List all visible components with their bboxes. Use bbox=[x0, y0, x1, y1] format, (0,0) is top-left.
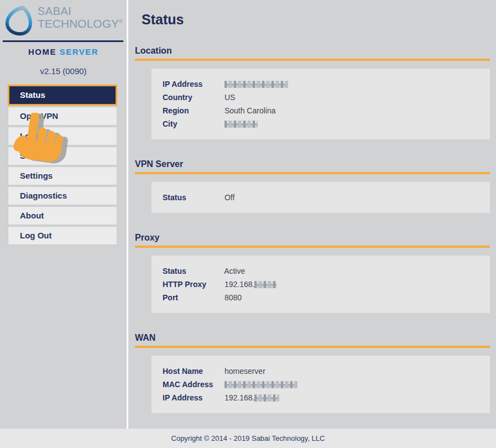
info-row: IP Address bbox=[152, 77, 490, 91]
home-server-app: SABAI TECHNOLOGY® HOME SERVER v2.15 (009… bbox=[0, 0, 496, 448]
menu-item-status[interactable]: Status bbox=[8, 85, 117, 106]
product-word-server: SERVER bbox=[60, 47, 98, 56]
menu-item-settings[interactable]: Settings bbox=[8, 166, 117, 185]
section-underline bbox=[135, 246, 490, 248]
redacted-city-value bbox=[224, 121, 258, 128]
location-heading: Location bbox=[135, 28, 490, 56]
menu-item-logs[interactable]: Logs bbox=[8, 127, 117, 145]
page-title: Status bbox=[142, 12, 496, 28]
info-row: Status Off bbox=[152, 191, 490, 204]
info-row: Region South Carolina bbox=[152, 104, 490, 117]
location-panel: IP Address Country US Region South Carol… bbox=[152, 69, 490, 139]
redacted-proxy-ip-value bbox=[254, 281, 276, 288]
menu-item-services[interactable]: Services bbox=[8, 147, 117, 165]
menu-item-diagnostics[interactable]: Diagnostics bbox=[8, 186, 117, 205]
redacted-ip-value bbox=[224, 81, 288, 88]
menu-item-openvpn[interactable]: OpenVPN bbox=[8, 107, 117, 126]
info-row: HTTP Proxy 192.168. bbox=[152, 278, 490, 291]
registered-mark: ® bbox=[119, 19, 123, 24]
info-row: City bbox=[152, 117, 490, 131]
info-row: Country US bbox=[152, 91, 490, 104]
proxy-section: Proxy Status Active HTTP Proxy 192.168. … bbox=[135, 213, 490, 313]
sidebar-menu: Status OpenVPN Logs Services Settings Di… bbox=[8, 85, 117, 245]
sidebar: SABAI TECHNOLOGY® HOME SERVER v2.15 (009… bbox=[0, 0, 128, 429]
wan-panel: Host Name homeserver MAC Address IP Addr… bbox=[152, 356, 490, 413]
main-content: Status Location IP Address Country US Re… bbox=[128, 0, 496, 429]
sabai-logo: SABAI TECHNOLOGY® bbox=[4, 3, 127, 39]
sabai-drop-icon bbox=[4, 4, 34, 37]
info-row: Host Name homeserver bbox=[152, 364, 490, 378]
proxy-panel: Status Active HTTP Proxy 192.168. Port 8… bbox=[152, 256, 490, 313]
info-row: Port 8080 bbox=[152, 291, 490, 304]
firmware-version: v2.15 (0090) bbox=[0, 66, 127, 76]
brand-name-top: SABAI bbox=[38, 6, 123, 17]
wan-heading: WAN bbox=[135, 313, 490, 343]
vpn-server-panel: Status Off bbox=[152, 182, 490, 213]
footer: Copyright © 2014 - 2019 Sabai Technology… bbox=[0, 429, 496, 448]
section-underline bbox=[135, 59, 490, 61]
logo-wordmark: SABAI TECHNOLOGY® bbox=[38, 6, 123, 29]
product-word-home: HOME bbox=[28, 47, 56, 56]
vpn-server-section: VPN Server Status Off bbox=[135, 139, 490, 213]
wan-section: WAN Host Name homeserver MAC Address IP … bbox=[135, 313, 490, 413]
vpn-server-heading: VPN Server bbox=[135, 139, 490, 169]
menu-item-logout[interactable]: Log Out bbox=[8, 226, 117, 245]
info-row: Status Active bbox=[152, 264, 490, 278]
copyright-text: Copyright © 2014 - 2019 Sabai Technology… bbox=[171, 434, 325, 442]
logo-divider bbox=[3, 40, 123, 42]
section-underline bbox=[135, 172, 490, 174]
section-underline bbox=[135, 346, 490, 348]
redacted-wan-ip-value bbox=[254, 394, 279, 402]
menu-item-about[interactable]: About bbox=[8, 206, 117, 225]
brand-name-bottom: TECHNOLOGY® bbox=[38, 18, 123, 29]
info-row: IP Address 192.168. bbox=[152, 391, 490, 404]
product-name: HOME SERVER bbox=[0, 47, 127, 56]
redacted-mac-value bbox=[224, 381, 297, 388]
proxy-heading: Proxy bbox=[135, 213, 490, 243]
info-row: MAC Address bbox=[152, 378, 490, 391]
location-section: Location IP Address Country US Region So… bbox=[135, 28, 490, 139]
